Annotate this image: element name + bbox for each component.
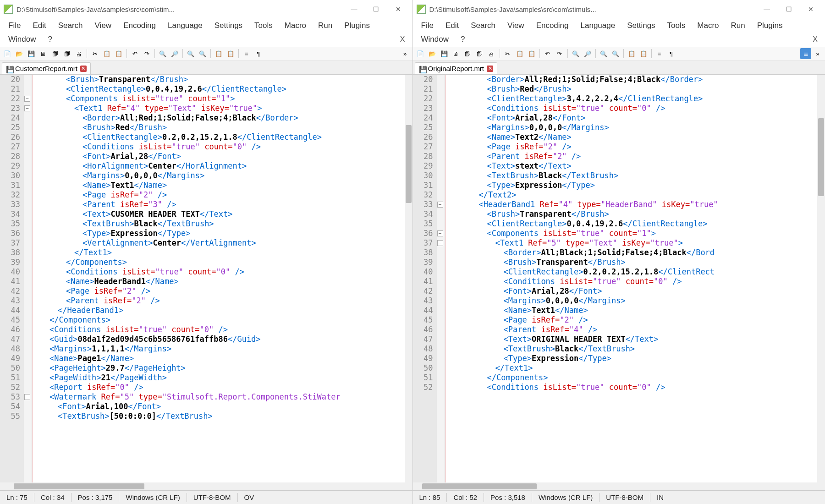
code-line[interactable]: <Border>All;Black;1;Solid;False;4;Black<… — [446, 248, 825, 257]
code-line[interactable]: <Watermark Ref="5" type="Stimulsoft.Repo… — [33, 392, 412, 402]
menu-encoding[interactable]: Encoding — [531, 19, 574, 32]
toolbar-overflow-icon[interactable]: » — [812, 48, 823, 59]
menu-macro[interactable]: Macro — [692, 19, 724, 32]
code-line[interactable]: <ClientRectangle>0.2,0.2,15.2,1.8</Clien… — [446, 267, 825, 277]
code-line[interactable]: <Margins>0,0,0,0</Margins> — [33, 171, 412, 181]
code-line[interactable]: <Conditions isList="true" count="0" /> — [33, 267, 412, 277]
minimize-button[interactable]: — — [756, 2, 777, 16]
menu-window[interactable]: Window — [416, 33, 454, 46]
code-line[interactable]: </Text2> — [446, 190, 825, 200]
code-line[interactable]: <Parent isRef="2" /> — [33, 296, 412, 306]
toolbar-button-15[interactable]: 🔍 — [157, 48, 168, 59]
menu-help[interactable]: ? — [42, 33, 57, 46]
code-line[interactable]: <Margins>0,0,0,0</Margins> — [446, 123, 825, 132]
menu-tools[interactable]: Tools — [249, 19, 278, 32]
toolbar-button-4[interactable]: 🗐 — [462, 48, 473, 59]
code-line[interactable]: <Report isRef="0" /> — [33, 383, 412, 392]
horizontal-scrollbar[interactable] — [413, 482, 825, 490]
toolbar-button-15[interactable]: 🔍 — [570, 48, 581, 59]
code-line[interactable]: <Parent isRef="3" /> — [33, 200, 412, 209]
code-line[interactable]: <Type>Expression</Type> — [446, 354, 825, 363]
menu-run[interactable]: Run — [313, 19, 338, 32]
code-line[interactable]: <Font>Arial,100</Font> — [33, 402, 412, 411]
code-line[interactable]: </Components> — [446, 373, 825, 383]
code-line[interactable]: <Name>HeaderBand1</Name> — [33, 277, 412, 286]
file-tab[interactable]: 💾OriginalReport.mrt✕ — [415, 62, 498, 74]
code-line[interactable]: <Components isList="true" count="1"> — [33, 94, 412, 104]
toolbar-button-8[interactable]: ✂ — [502, 48, 513, 59]
code-line[interactable]: <ClientRectangle>0.2,0.2,15.2,1.8</Clien… — [33, 132, 412, 142]
code-line[interactable]: <Type>Expression</Type> — [446, 181, 825, 190]
code-line[interactable]: <Page isRef="2" /> — [446, 142, 825, 152]
code-line[interactable]: <ClientRectangle>3,4.2,2.2,4</ClientRect… — [446, 94, 825, 104]
fold-toggle-icon[interactable]: − — [437, 240, 443, 246]
vertical-scrollbar[interactable] — [817, 75, 825, 482]
code-line[interactable]: <Brush>Transparent</Brush> — [446, 209, 825, 219]
toolbar-button-16[interactable]: 🔎 — [169, 48, 180, 59]
code-line[interactable]: <VertAlignment>Center</VertAlignment> — [33, 238, 412, 248]
code-line[interactable]: <Name>Text1</Name> — [33, 181, 412, 190]
code-line[interactable]: <TextBrush>[50:0:0:0]</TextBrush> — [33, 411, 412, 421]
code-editor[interactable]: 2021222324252627282930313233343536373839… — [0, 75, 412, 482]
minimize-button[interactable]: — — [344, 2, 365, 16]
menu-search[interactable]: Search — [465, 19, 501, 32]
menu-edit[interactable]: Edit — [27, 19, 51, 32]
code-line[interactable]: <Text1 Ref="5" type="Text" isKey="true"> — [446, 238, 825, 248]
code-line[interactable]: <TextBrush>Black</TextBrush> — [33, 219, 412, 229]
code-line[interactable]: </HeaderBand1> — [33, 306, 412, 315]
code-line[interactable]: <Brush>Red</Brush> — [446, 84, 825, 94]
toolbar-button-22[interactable]: 📋 — [225, 48, 236, 59]
toolbar-button-5[interactable]: 🗐 — [61, 48, 72, 59]
code-line[interactable]: </Components> — [33, 257, 412, 267]
tab-close-icon[interactable]: ✕ — [487, 66, 493, 72]
scrollbar-thumb[interactable] — [422, 483, 537, 489]
menu-edit[interactable]: Edit — [440, 19, 464, 32]
code-area[interactable]: <Brush>Transparent</Brush><ClientRectang… — [33, 75, 412, 482]
toolbar-button-0[interactable]: 📄 — [2, 48, 13, 59]
toolbar-button-8[interactable]: ✂ — [89, 48, 100, 59]
toolbar-button-1[interactable]: 📂 — [427, 48, 438, 59]
toolbar-button-13[interactable]: ↷ — [554, 48, 565, 59]
menu-settings[interactable]: Settings — [209, 19, 248, 32]
code-line[interactable]: <Page isRef="2" /> — [446, 315, 825, 325]
menu-view[interactable]: View — [89, 19, 117, 32]
menu-help[interactable]: ? — [455, 33, 470, 46]
toolbar-button-25[interactable]: ¶ — [666, 48, 677, 59]
fold-toggle-icon[interactable]: − — [24, 96, 30, 102]
menu-plugins[interactable]: Plugins — [339, 19, 375, 32]
code-line[interactable]: <Font>Arial,28</Font> — [33, 152, 412, 161]
toolbar-button-24[interactable]: ≡ — [241, 48, 252, 59]
fold-column[interactable]: −−− — [24, 75, 32, 482]
toolbar-button-3[interactable]: 🗎 — [38, 48, 49, 59]
toolbar-button-21[interactable]: 📋 — [626, 48, 637, 59]
menubar-close-icon[interactable]: X — [808, 33, 822, 45]
toolbar-button-24[interactable]: ≡ — [654, 48, 665, 59]
fold-column[interactable]: −−− — [437, 75, 445, 482]
tab-close-icon[interactable]: ✕ — [80, 66, 87, 72]
code-line[interactable]: <HorAlignment>Center</HorAlignment> — [33, 161, 412, 171]
toolbar-overflow-icon[interactable]: » — [400, 48, 411, 59]
code-area[interactable]: <Border>All;Red;1;Solid;False;4;Black</B… — [446, 75, 825, 482]
code-line[interactable]: <Brush>Transparent</Brush> — [33, 75, 412, 84]
file-tab[interactable]: 💾CustomerReport.mrt✕ — [2, 62, 91, 74]
code-line[interactable]: <Conditions isList="true" count="0" /> — [446, 104, 825, 113]
code-line[interactable]: <Parent isRef="2" /> — [446, 152, 825, 161]
close-button[interactable]: ✕ — [388, 2, 409, 16]
code-line[interactable]: <Page isRef="2" /> — [33, 190, 412, 200]
code-line[interactable]: <Brush>Transparent</Brush> — [446, 257, 825, 267]
code-line[interactable]: <Brush>Red</Brush> — [33, 123, 412, 132]
code-line[interactable]: <PageHeight>29.7</PageHeight> — [33, 363, 412, 373]
menu-view[interactable]: View — [502, 19, 530, 32]
menubar-close-icon[interactable]: X — [396, 33, 410, 45]
code-line[interactable]: <Conditions isList="true" count="0" /> — [446, 383, 825, 392]
toolbar-button-13[interactable]: ↷ — [141, 48, 152, 59]
code-line[interactable]: <Name>Page1</Name> — [33, 354, 412, 363]
toolbar-button-4[interactable]: 🗐 — [50, 48, 60, 59]
code-line[interactable]: <Name>Text1</Name> — [446, 306, 825, 315]
toolbar-button-10[interactable]: 📋 — [526, 48, 537, 59]
maximize-button[interactable]: ☐ — [778, 2, 799, 16]
vertical-scrollbar[interactable] — [405, 75, 412, 482]
toolbar-button-2[interactable]: 💾 — [26, 48, 37, 59]
menu-encoding[interactable]: Encoding — [118, 19, 161, 32]
toolbar-button-21[interactable]: 📋 — [213, 48, 224, 59]
